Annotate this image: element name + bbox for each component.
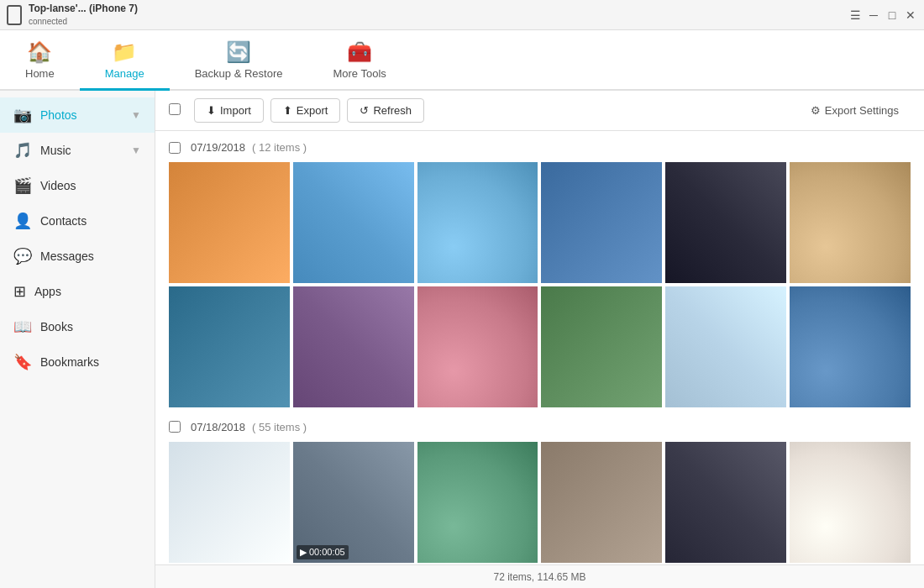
import-label: Import	[220, 104, 251, 117]
nav-label-backup: Backup & Restore	[195, 67, 283, 80]
sidebar-label-apps: Apps	[34, 285, 141, 298]
books-icon: 📖	[13, 318, 32, 336]
photo-cell[interactable]	[541, 162, 662, 283]
nav-label-home: Home	[25, 67, 55, 80]
minimize-button[interactable]: ─	[867, 8, 880, 22]
video-badge: ▶ 00:00:05	[297, 545, 349, 559]
title-bar: Top-lanse'... (iPhone 7) connected ☰ ─ □…	[0, 0, 924, 30]
status-bar: 72 items, 114.65 MB	[155, 564, 924, 588]
nav-item-manage[interactable]: 📁 Manage	[80, 32, 170, 91]
item-count-1: ( 12 items )	[252, 141, 307, 154]
sidebar-item-apps[interactable]: ⊞ Apps	[0, 274, 155, 309]
maximize-button[interactable]: □	[885, 8, 899, 22]
bookmarks-icon: 🔖	[13, 353, 32, 371]
device-status: connected	[29, 16, 138, 27]
photo-cell[interactable]	[169, 162, 290, 283]
date-group-2-checkbox[interactable]	[169, 421, 181, 433]
photo-cell[interactable]	[665, 162, 786, 283]
photo-cell[interactable]	[790, 442, 911, 563]
photo-cell[interactable]	[293, 286, 414, 407]
sidebar: 📷 Photos ▼ 🎵 Music ▼ 🎬 Videos 👤 Contacts…	[0, 91, 155, 588]
refresh-label: Refresh	[373, 104, 412, 117]
messages-icon: 💬	[13, 247, 32, 265]
photo-cell[interactable]	[417, 442, 538, 563]
photo-cell[interactable]	[541, 442, 662, 563]
select-all-checkbox-area[interactable]	[169, 103, 181, 118]
nav-item-backup-restore[interactable]: 🔄 Backup & Restore	[170, 32, 308, 91]
home-icon: 🏠	[27, 40, 52, 64]
device-name: Top-lanse'... (iPhone 7)	[29, 3, 138, 16]
date-group-1-checkbox[interactable]	[169, 142, 181, 154]
sidebar-item-contacts[interactable]: 👤 Contacts	[0, 203, 155, 239]
backup-icon: 🔄	[226, 40, 251, 64]
sidebar-label-videos: Videos	[40, 179, 141, 192]
date-group-1: 07/19/2018 ( 12 items )	[169, 141, 911, 407]
sidebar-item-bookmarks[interactable]: 🔖 Bookmarks	[0, 344, 155, 380]
title-bar-right: ☰ ─ □ ✕	[848, 8, 917, 22]
import-button[interactable]: ⬇ Import	[194, 98, 264, 123]
photo-grid-area: 07/19/2018 ( 12 items ) 07/18/2018 ( 55 …	[155, 131, 924, 564]
nav-label-tools: More Tools	[333, 67, 386, 80]
sidebar-item-music[interactable]: 🎵 Music ▼	[0, 133, 155, 168]
sidebar-label-messages: Messages	[40, 249, 141, 263]
photo-cell[interactable]	[417, 162, 538, 283]
content-area: ⬇ Import ⬆ Export ↺ Refresh ⚙ Export Set…	[155, 91, 924, 588]
sidebar-label-photos: Photos	[40, 108, 123, 122]
refresh-button[interactable]: ↺ Refresh	[347, 98, 424, 123]
title-bar-left: Top-lanse'... (iPhone 7) connected	[7, 3, 138, 27]
sidebar-item-videos[interactable]: 🎬 Videos	[0, 168, 155, 203]
sidebar-label-bookmarks: Bookmarks	[40, 355, 141, 369]
sidebar-label-contacts: Contacts	[40, 214, 141, 228]
nav-bar: 🏠 Home 📁 Manage 🔄 Backup & Restore 🧰 Mor…	[0, 30, 924, 91]
photo-cell[interactable]	[169, 442, 290, 563]
apps-icon: ⊞	[13, 282, 26, 301]
photo-cell[interactable]	[790, 286, 911, 407]
toolbar: ⬇ Import ⬆ Export ↺ Refresh ⚙ Export Set…	[155, 91, 924, 131]
photo-cell[interactable]	[169, 286, 290, 407]
export-button[interactable]: ⬆ Export	[270, 98, 341, 123]
nav-item-home[interactable]: 🏠 Home	[0, 32, 80, 91]
sidebar-item-photos[interactable]: 📷 Photos ▼	[0, 97, 155, 133]
photo-cell[interactable]	[293, 162, 414, 283]
date-group-2: 07/18/2018 ( 55 items ) ▶ 00:00:05	[169, 421, 911, 564]
import-icon: ⬇	[207, 104, 216, 117]
photo-cell[interactable]	[790, 162, 911, 283]
close-button[interactable]: ✕	[904, 8, 917, 22]
item-count-2: ( 55 items )	[252, 421, 307, 433]
photo-cell[interactable]	[417, 286, 538, 407]
tools-icon: 🧰	[347, 40, 372, 64]
photo-cell[interactable]	[665, 442, 786, 563]
sidebar-item-messages[interactable]: 💬 Messages	[0, 239, 155, 274]
select-all-checkbox[interactable]	[169, 103, 181, 115]
export-icon: ⬆	[283, 104, 292, 117]
photo-cell[interactable]: ▶ 00:00:05	[293, 442, 414, 563]
photo-grid-1	[169, 162, 911, 407]
sidebar-label-books: Books	[40, 320, 141, 333]
date-header-2: 07/18/2018 ( 55 items )	[169, 421, 911, 433]
photo-cell[interactable]	[665, 286, 786, 407]
menu-button[interactable]: ☰	[848, 8, 862, 22]
device-icon	[7, 5, 22, 25]
settings-icon: ⚙	[811, 104, 821, 117]
nav-label-manage: Manage	[105, 67, 144, 80]
export-label: Export	[297, 104, 328, 117]
photos-icon: 📷	[13, 106, 32, 124]
music-icon: 🎵	[13, 141, 32, 160]
sidebar-label-music: Music	[40, 144, 123, 157]
refresh-icon: ↺	[360, 104, 369, 117]
sidebar-item-books[interactable]: 📖 Books	[0, 309, 155, 344]
date-header-1: 07/19/2018 ( 12 items )	[169, 141, 911, 154]
main-area: 📷 Photos ▼ 🎵 Music ▼ 🎬 Videos 👤 Contacts…	[0, 91, 924, 588]
date-label-2: 07/18/2018	[191, 421, 245, 433]
video-play-icon: ▶ 00:00:05	[297, 545, 349, 559]
photo-grid-2: ▶ 00:00:05	[169, 442, 911, 564]
nav-item-more-tools[interactable]: 🧰 More Tools	[307, 32, 411, 91]
music-arrow-icon: ▼	[131, 144, 141, 156]
photo-cell[interactable]	[541, 286, 662, 407]
contacts-icon: 👤	[13, 212, 32, 230]
videos-icon: 🎬	[13, 176, 32, 195]
device-info: Top-lanse'... (iPhone 7) connected	[29, 3, 138, 27]
export-settings-label: Export Settings	[825, 104, 899, 117]
photos-arrow-icon: ▼	[131, 109, 141, 121]
export-settings-button[interactable]: ⚙ Export Settings	[799, 99, 911, 122]
